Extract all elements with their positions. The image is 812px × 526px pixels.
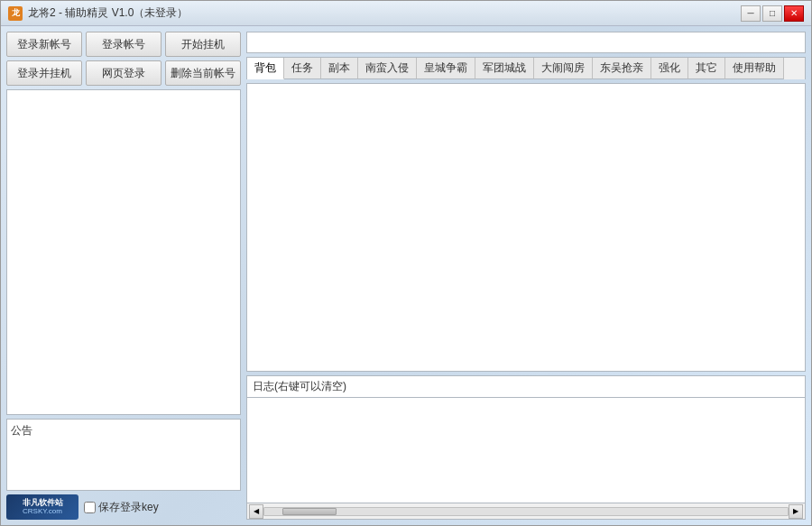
logo-line1: 非凡软件站 bbox=[23, 499, 63, 508]
app-icon: 龙 bbox=[8, 6, 23, 21]
save-key-text: 保存登录key bbox=[98, 500, 159, 515]
logo-line2: CRSKY.com bbox=[23, 507, 63, 515]
log-content[interactable] bbox=[246, 397, 806, 503]
maximize-button[interactable]: □ bbox=[762, 5, 782, 22]
button-row-2: 登录并挂机 网页登录 删除当前帐号 bbox=[6, 60, 241, 86]
scroll-right-arrow[interactable]: ▶ bbox=[789, 504, 803, 519]
scroll-track[interactable] bbox=[263, 507, 789, 516]
tab-其它[interactable]: 其它 bbox=[688, 58, 725, 79]
top-info-bar bbox=[246, 32, 806, 53]
tab-副本[interactable]: 副本 bbox=[321, 58, 358, 79]
log-label: 日志(右键可以清空) bbox=[246, 375, 806, 397]
delete-account-button[interactable]: 删除当前帐号 bbox=[165, 60, 241, 86]
save-key-label[interactable]: 保存登录key bbox=[84, 500, 159, 515]
main-panel bbox=[246, 83, 806, 372]
title-bar: 龙 龙将2 - 辅助精灵 V1.0（未登录） ─ □ ✕ bbox=[1, 1, 811, 26]
tab-强化[interactable]: 强化 bbox=[651, 58, 688, 79]
tab-大闹闯房[interactable]: 大闹闯房 bbox=[534, 58, 593, 79]
scroll-left-arrow[interactable]: ◀ bbox=[249, 504, 263, 519]
start-afk-button[interactable]: 开始挂机 bbox=[165, 32, 241, 57]
web-login-button[interactable]: 网页登录 bbox=[86, 60, 161, 86]
window-title: 龙将2 - 辅助精灵 V1.0（未登录） bbox=[28, 5, 741, 21]
main-window: 龙 龙将2 - 辅助精灵 V1.0（未登录） ─ □ ✕ 登录新帐号 登录帐号 … bbox=[0, 0, 812, 526]
login-afk-button[interactable]: 登录并挂机 bbox=[6, 60, 82, 86]
tab-南蛮入侵[interactable]: 南蛮入侵 bbox=[358, 58, 417, 79]
notice-area: 公告 bbox=[6, 419, 241, 491]
left-bottom: 非凡软件站 CRSKY.com 保存登录key bbox=[6, 494, 241, 520]
save-key-checkbox[interactable] bbox=[84, 502, 96, 513]
login-new-account-button[interactable]: 登录新帐号 bbox=[6, 32, 82, 57]
main-content: 登录新帐号 登录帐号 开始挂机 登录并挂机 网页登录 删除当前帐号 公告 非凡软… bbox=[1, 26, 811, 525]
login-account-button[interactable]: 登录帐号 bbox=[86, 32, 161, 57]
logo-area: 非凡软件站 CRSKY.com bbox=[6, 494, 78, 520]
notice-label: 公告 bbox=[11, 423, 236, 438]
tab-bar: 背包任务副本南蛮入侵皇城争霸军团城战大闹闯房东吴抢亲强化其它使用帮助 bbox=[246, 57, 806, 79]
minimize-button[interactable]: ─ bbox=[741, 5, 761, 22]
log-section: 日志(右键可以清空) ◀ ▶ bbox=[246, 375, 806, 520]
right-panel: 背包任务副本南蛮入侵皇城争霸军团城战大闹闯房东吴抢亲强化其它使用帮助 日志(右键… bbox=[246, 32, 806, 520]
scroll-thumb[interactable] bbox=[282, 508, 337, 515]
account-list[interactable] bbox=[6, 89, 241, 415]
close-button[interactable]: ✕ bbox=[784, 5, 804, 22]
tab-使用帮助[interactable]: 使用帮助 bbox=[725, 58, 784, 79]
window-controls: ─ □ ✕ bbox=[741, 5, 804, 22]
button-row-1: 登录新帐号 登录帐号 开始挂机 bbox=[6, 32, 241, 57]
tab-背包[interactable]: 背包 bbox=[247, 58, 284, 79]
tab-军团城战[interactable]: 军团城战 bbox=[475, 58, 534, 79]
tab-东吴抢亲[interactable]: 东吴抢亲 bbox=[593, 58, 651, 79]
tab-皇城争霸[interactable]: 皇城争霸 bbox=[417, 58, 475, 79]
log-scrollbar: ◀ ▶ bbox=[246, 503, 806, 520]
left-panel: 登录新帐号 登录帐号 开始挂机 登录并挂机 网页登录 删除当前帐号 公告 非凡软… bbox=[6, 32, 241, 520]
tab-任务[interactable]: 任务 bbox=[284, 58, 321, 79]
